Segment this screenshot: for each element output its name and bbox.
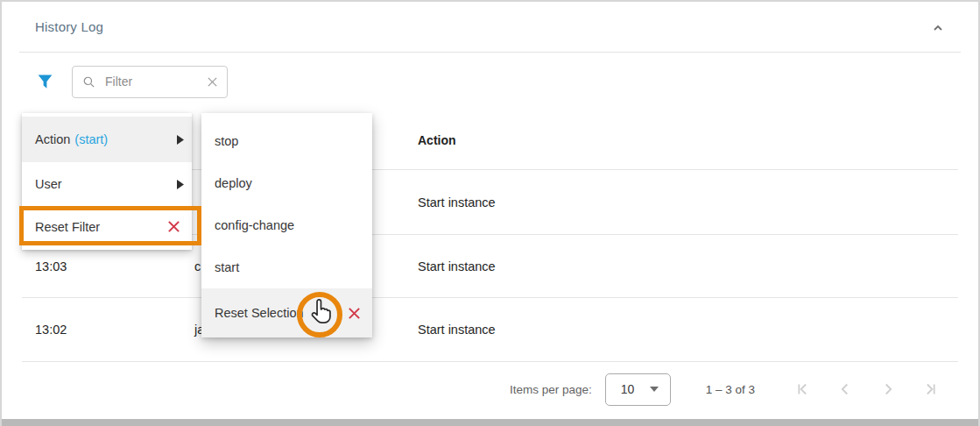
menu-item-user[interactable]: User — [22, 162, 192, 206]
submenu-option-label: start — [215, 260, 239, 274]
action-cell: Start instance — [418, 195, 958, 209]
submenu-option-stop[interactable]: stop — [201, 120, 372, 162]
filter-input-box[interactable] — [72, 66, 228, 98]
action-cell: Start instance — [418, 323, 958, 337]
select-caret-down-icon — [650, 387, 659, 392]
submenu-option-label: stop — [215, 134, 238, 148]
menu-item-label: Reset Filter — [35, 220, 100, 234]
window-bottom-bar — [2, 419, 978, 426]
items-per-page-label: Items per page: — [510, 383, 592, 396]
submenu-option-label: config-change — [215, 218, 294, 232]
history-log-panel: History Log Action Start ins — [0, 0, 980, 426]
pager-buttons — [792, 379, 941, 400]
time-cell: 13:03 — [22, 259, 193, 273]
submenu-option-deploy[interactable]: deploy — [201, 162, 372, 204]
submenu-arrow-icon — [177, 180, 184, 189]
action-submenu: stop deploy config-change start Reset Se… — [201, 113, 372, 337]
last-page-icon[interactable] — [920, 379, 941, 400]
page-size-select[interactable]: 10 — [605, 373, 671, 406]
search-icon — [82, 75, 95, 89]
page-size-value: 10 — [621, 382, 635, 396]
red-x-icon — [348, 307, 361, 320]
panel-title: History Log — [35, 19, 103, 34]
menu-item-action[interactable]: Action (start) — [22, 117, 192, 162]
filter-funnel-icon[interactable] — [37, 74, 53, 90]
time-cell: 13:02 — [22, 323, 193, 337]
submenu-reset-label: Reset Selection — [215, 306, 304, 320]
submenu-arrow-icon — [177, 135, 184, 145]
collapse-chevron-up-icon[interactable] — [931, 20, 945, 34]
panel-header: History Log — [19, 2, 961, 53]
next-page-icon[interactable] — [878, 379, 899, 400]
red-x-icon — [167, 220, 180, 233]
table-row[interactable]: 13:02 janemarple Start instance — [22, 298, 958, 362]
submenu-option-label: deploy — [215, 176, 252, 190]
action-column-header: Action — [418, 133, 958, 147]
first-page-icon[interactable] — [792, 379, 813, 400]
page-range-label: 1 – 3 of 3 — [706, 383, 755, 396]
action-cell: Start instance — [418, 259, 958, 273]
submenu-option-start[interactable]: start — [201, 246, 372, 288]
submenu-reset-selection[interactable]: Reset Selection — [201, 288, 372, 337]
submenu-option-config-change[interactable]: config-change — [201, 204, 372, 246]
paginator: Items per page: 10 1 – 3 of 3 — [2, 362, 978, 416]
menu-item-reset-filter[interactable]: Reset Filter — [22, 206, 192, 247]
filter-menu: Action (start) User Reset Filter — [22, 113, 192, 250]
menu-item-label: User — [35, 177, 62, 191]
filter-input[interactable] — [103, 74, 199, 89]
previous-page-icon[interactable] — [835, 379, 856, 400]
menu-item-selected-value: (start) — [74, 132, 108, 146]
clear-filter-icon[interactable] — [207, 76, 218, 88]
menu-item-label: Action — [35, 132, 70, 146]
filter-toolbar — [2, 53, 978, 110]
